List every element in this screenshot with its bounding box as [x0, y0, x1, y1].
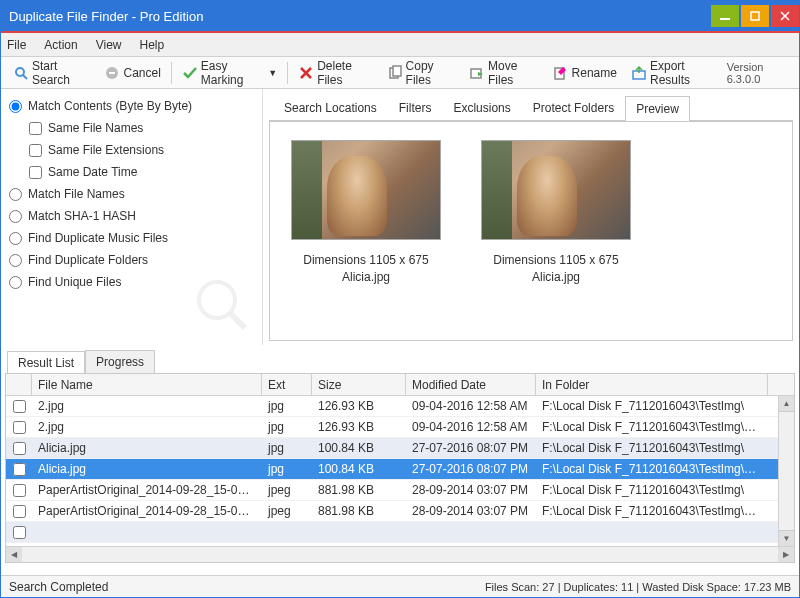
version-label: Version 6.3.0.0 — [727, 61, 793, 85]
menu-bar: File Action View Help — [1, 33, 799, 57]
cell-size: 100.84 KB — [312, 462, 406, 476]
result-tabs: Result List Progress — [1, 349, 799, 373]
move-icon — [469, 65, 485, 81]
cell-modified: 09-04-2016 12:58 AM — [406, 420, 536, 434]
row-checkbox[interactable] — [13, 400, 26, 413]
menu-action[interactable]: Action — [44, 38, 77, 52]
scroll-right-icon[interactable]: ▶ — [778, 547, 794, 562]
tab-protect-folders[interactable]: Protect Folders — [522, 95, 625, 120]
find-unique-radio[interactable] — [9, 276, 22, 289]
svg-point-9 — [199, 282, 235, 318]
cell-filename: Alicia.jpg — [32, 441, 262, 455]
tab-preview[interactable]: Preview — [625, 96, 690, 121]
tab-filters[interactable]: Filters — [388, 95, 443, 120]
cell-modified: 28-09-2014 03:07 PM — [406, 504, 536, 518]
row-checkbox[interactable] — [13, 484, 26, 497]
cell-modified: 09-04-2016 12:58 AM — [406, 399, 536, 413]
scroll-left-icon[interactable]: ◀ — [6, 547, 22, 562]
col-size[interactable]: Size — [312, 374, 406, 395]
tab-search-locations[interactable]: Search Locations — [273, 95, 388, 120]
magnifier-decoration-icon — [192, 275, 252, 335]
grid-header: File Name Ext Size Modified Date In Fold… — [6, 374, 794, 396]
same-extensions-checkbox[interactable] — [29, 144, 42, 157]
copy-files-button[interactable]: Copy Files — [381, 57, 461, 89]
cell-ext: jpg — [262, 462, 312, 476]
close-button[interactable] — [771, 5, 799, 27]
table-row[interactable]: 2.jpgjpg126.93 KB09-04-2016 12:58 AMF:\L… — [6, 417, 794, 438]
copy-icon — [387, 65, 403, 81]
scroll-down-icon[interactable]: ▼ — [779, 530, 794, 546]
cell-ext: jpeg — [262, 504, 312, 518]
row-checkbox[interactable] — [13, 505, 26, 518]
status-left: Search Completed — [9, 580, 108, 594]
tab-result-list[interactable]: Result List — [7, 351, 85, 374]
delete-icon — [298, 65, 314, 81]
table-row[interactable]: Alicia.jpgjpg100.84 KB27-07-2016 08:07 P… — [6, 438, 794, 459]
same-file-names-checkbox[interactable] — [29, 122, 42, 135]
same-datetime-checkbox[interactable] — [29, 166, 42, 179]
row-checkbox[interactable] — [13, 421, 26, 434]
export-results-button[interactable]: Export Results — [625, 57, 725, 89]
status-right: Files Scan: 27 | Duplicates: 11 | Wasted… — [485, 581, 791, 593]
start-search-button[interactable]: Start Search — [7, 57, 96, 89]
app-title: Duplicate File Finder - Pro Edition — [9, 9, 203, 24]
cell-folder: F:\Local Disk F_7112016043\TestImg\ — [536, 441, 768, 455]
easy-marking-button[interactable]: Easy Marking▼ — [176, 57, 283, 89]
title-bar: Duplicate File Finder - Pro Edition — [1, 1, 799, 31]
table-row[interactable] — [6, 522, 794, 543]
status-bar: Search Completed Files Scan: 27 | Duplic… — [1, 575, 799, 597]
menu-file[interactable]: File — [7, 38, 26, 52]
cell-size: 100.84 KB — [312, 441, 406, 455]
cell-filename: 2.jpg — [32, 420, 262, 434]
cell-folder: F:\Local Disk F_7112016043\TestImg\prote — [536, 420, 768, 434]
find-folders-radio[interactable] — [9, 254, 22, 267]
vertical-scrollbar[interactable]: ▲▼ — [778, 396, 794, 546]
preview-thumbnail-1[interactable]: Dimensions 1105 x 675Alicia.jpg — [286, 140, 446, 322]
table-row[interactable]: Alicia.jpgjpg100.84 KB27-07-2016 08:07 P… — [6, 459, 794, 480]
col-modified[interactable]: Modified Date — [406, 374, 536, 395]
col-folder[interactable]: In Folder — [536, 374, 768, 395]
match-contents-radio[interactable] — [9, 100, 22, 113]
cell-modified: 28-09-2014 03:07 PM — [406, 483, 536, 497]
preview-panel: Dimensions 1105 x 675Alicia.jpg Dimensio… — [269, 121, 793, 341]
find-music-radio[interactable] — [9, 232, 22, 245]
thumbnail-image — [291, 140, 441, 240]
tab-progress[interactable]: Progress — [85, 350, 155, 373]
cell-filename: PaperArtistOriginal_2014-09-28_15-07-06.… — [32, 483, 262, 497]
cell-ext: jpg — [262, 399, 312, 413]
row-checkbox[interactable] — [13, 442, 26, 455]
cell-size: 881.98 KB — [312, 504, 406, 518]
menu-help[interactable]: Help — [140, 38, 165, 52]
rename-button[interactable]: Rename — [547, 63, 623, 83]
dropdown-icon: ▼ — [268, 68, 277, 78]
thumbnail-image — [481, 140, 631, 240]
delete-files-button[interactable]: Delete Files — [292, 57, 378, 89]
col-filename[interactable]: File Name — [32, 374, 262, 395]
match-file-names-radio[interactable] — [9, 188, 22, 201]
row-checkbox[interactable] — [13, 463, 26, 476]
match-sha1-radio[interactable] — [9, 210, 22, 223]
cell-ext: jpeg — [262, 483, 312, 497]
search-icon — [13, 65, 29, 81]
col-checkbox[interactable] — [6, 374, 32, 395]
cell-filename: PaperArtistOriginal_2014-09-28_15-07-06.… — [32, 504, 262, 518]
maximize-button[interactable] — [741, 5, 769, 27]
cell-modified: 27-07-2016 08:07 PM — [406, 462, 536, 476]
export-icon — [631, 65, 647, 81]
table-row[interactable]: 2.jpgjpg126.93 KB09-04-2016 12:58 AMF:\L… — [6, 396, 794, 417]
scroll-up-icon[interactable]: ▲ — [779, 396, 794, 412]
table-row[interactable]: PaperArtistOriginal_2014-09-28_15-07-06.… — [6, 501, 794, 522]
tab-exclusions[interactable]: Exclusions — [442, 95, 521, 120]
horizontal-scrollbar[interactable]: ◀▶ — [6, 546, 794, 562]
cell-size: 881.98 KB — [312, 483, 406, 497]
col-ext[interactable]: Ext — [262, 374, 312, 395]
cell-modified: 27-07-2016 08:07 PM — [406, 441, 536, 455]
menu-view[interactable]: View — [96, 38, 122, 52]
right-panel-tabs: Search Locations Filters Exclusions Prot… — [269, 95, 793, 121]
move-files-button[interactable]: Move Files — [463, 57, 545, 89]
preview-thumbnail-2[interactable]: Dimensions 1105 x 675Alicia.jpg — [476, 140, 636, 322]
minimize-button[interactable] — [711, 5, 739, 27]
row-checkbox[interactable] — [13, 526, 26, 539]
table-row[interactable]: PaperArtistOriginal_2014-09-28_15-07-06.… — [6, 480, 794, 501]
cancel-button[interactable]: Cancel — [98, 63, 166, 83]
